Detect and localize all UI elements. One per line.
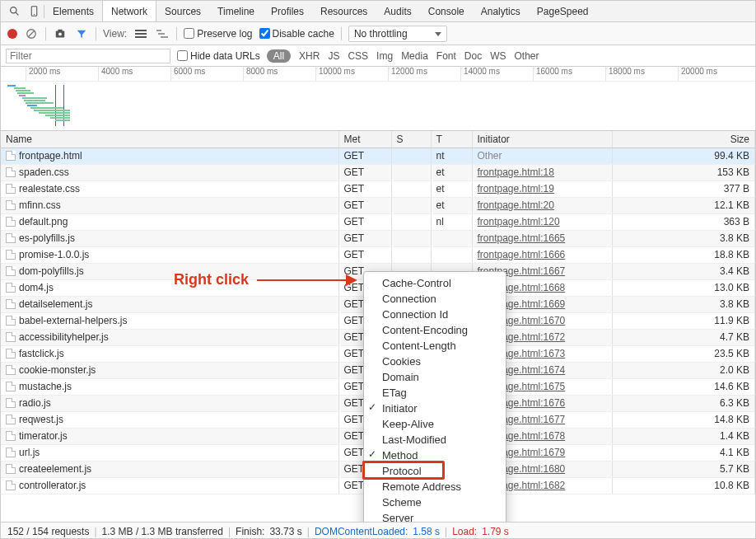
request-size: 23.5 KB	[612, 345, 755, 362]
table-row[interactable]: default.pngGETnlfrontpage.html:120363 B	[1, 213, 755, 230]
request-size: 11.9 KB	[612, 312, 755, 329]
request-initiator[interactable]: frontpage.html:18	[478, 166, 554, 178]
context-menu-item-domain[interactable]: Domain	[364, 369, 506, 385]
filter-input[interactable]	[6, 49, 170, 63]
context-menu-item-cookies[interactable]: Cookies	[364, 354, 506, 369]
column-header-initiator[interactable]: Initiator	[472, 131, 612, 148]
file-icon	[6, 398, 16, 408]
context-menu-item-protocol[interactable]: Protocol	[364, 463, 506, 479]
preserve-log-label: Preserve log	[197, 28, 252, 40]
column-context-menu: Cache-ControlConnectionConnection IdCont…	[363, 271, 506, 522]
tab-analytics[interactable]: Analytics	[473, 1, 529, 21]
tab-console[interactable]: Console	[420, 1, 473, 21]
throttling-select[interactable]: No throttling	[348, 26, 447, 42]
request-initiator[interactable]: frontpage.html:1666	[478, 249, 566, 260]
context-menu-item-content-encoding[interactable]: Content-Encoding	[364, 322, 506, 338]
context-menu-item-etag[interactable]: ETag	[364, 385, 506, 401]
context-menu-item-remote-address[interactable]: Remote Address	[364, 479, 506, 494]
tab-resources[interactable]: Resources	[312, 1, 376, 21]
status-load-label: Load:	[452, 526, 477, 537]
request-method: GET	[338, 230, 391, 246]
tab-audits[interactable]: Audits	[376, 1, 419, 21]
file-icon	[6, 299, 16, 309]
filter-type-all[interactable]: All	[267, 49, 291, 63]
svg-rect-15	[161, 36, 168, 38]
table-row[interactable]: spaden.cssGETetfrontpage.html:18153 KB	[1, 164, 755, 180]
tab-sources[interactable]: Sources	[156, 1, 209, 21]
request-name: url.js	[19, 447, 40, 458]
request-initiator[interactable]: frontpage.html:19	[478, 183, 554, 195]
table-row[interactable]: es-polyfills.jsGETfrontpage.html:16653.8…	[1, 230, 755, 246]
search-icon[interactable]	[4, 1, 24, 21]
request-name: dom-polyfills.js	[19, 265, 84, 277]
context-menu-item-initiator[interactable]: Initiator	[364, 401, 506, 416]
table-row[interactable]: mfinn.cssGETetfrontpage.html:2012.1 KB	[1, 197, 755, 213]
clear-icon[interactable]	[24, 28, 39, 40]
overview-tick: 2000 ms	[26, 67, 60, 81]
capture-screenshots-icon[interactable]	[53, 28, 68, 40]
hide-data-urls-checkbox[interactable]: Hide data URLs	[177, 50, 260, 62]
request-name: dom4.js	[19, 282, 54, 293]
request-initiator[interactable]: frontpage.html:1665	[478, 232, 566, 244]
svg-point-3	[33, 14, 34, 15]
record-button[interactable]	[7, 29, 17, 39]
filter-type-xhr[interactable]: XHR	[299, 50, 320, 62]
tab-pagespeed[interactable]: PageSpeed	[529, 1, 597, 21]
request-name: timerator.js	[19, 430, 68, 442]
filter-type-css[interactable]: CSS	[348, 50, 368, 62]
tab-elements[interactable]: Elements	[44, 1, 102, 21]
request-name: realestate.css	[19, 183, 80, 195]
filter-type-media[interactable]: Media	[401, 50, 428, 62]
timeline-overview[interactable]: 2000 ms4000 ms6000 ms8000 ms10000 ms1200…	[1, 67, 755, 131]
request-size: 14.8 KB	[612, 411, 755, 428]
context-menu-item-cache-control[interactable]: Cache-Control	[364, 275, 506, 291]
column-header-name[interactable]: Name	[1, 131, 338, 148]
large-rows-icon[interactable]	[133, 30, 148, 38]
file-icon	[6, 283, 16, 293]
file-icon	[6, 448, 16, 457]
context-menu-item-keep-alive[interactable]: Keep-Alive	[364, 416, 506, 432]
request-size: 12.1 KB	[612, 197, 755, 213]
tab-profiles[interactable]: Profiles	[263, 1, 312, 21]
svg-rect-7	[58, 29, 62, 31]
filter-toggle-icon[interactable]	[74, 28, 89, 40]
context-menu-item-method[interactable]: Method	[364, 448, 506, 463]
request-status	[391, 246, 431, 263]
svg-point-0	[10, 7, 16, 13]
filter-type-img[interactable]: Img	[376, 50, 393, 62]
context-menu-item-content-length[interactable]: Content-Length	[364, 338, 506, 354]
context-menu-item-scheme[interactable]: Scheme	[364, 494, 506, 510]
filter-type-other[interactable]: Other	[515, 50, 539, 62]
table-row[interactable]: realestate.cssGETetfrontpage.html:19377 …	[1, 180, 755, 197]
preserve-log-checkbox[interactable]: Preserve log	[184, 28, 252, 40]
request-initiator[interactable]: frontpage.html:20	[478, 199, 554, 211]
column-header-status[interactable]: S	[391, 131, 431, 148]
context-menu-item-connection[interactable]: Connection	[364, 291, 506, 307]
request-initiator[interactable]: frontpage.html:120	[478, 216, 560, 227]
status-finish-label: Finish:	[236, 526, 264, 537]
request-status	[391, 180, 431, 197]
request-size: 99.4 KB	[612, 148, 755, 164]
request-size: 6.3 KB	[612, 395, 755, 411]
context-menu-item-server[interactable]: Server	[364, 510, 506, 522]
request-name: promise-1.0.0.js	[19, 249, 89, 260]
filter-type-doc[interactable]: Doc	[464, 50, 482, 62]
column-header-method[interactable]: Met	[338, 131, 391, 148]
column-header-type[interactable]: T	[431, 131, 472, 148]
filter-type-js[interactable]: JS	[328, 50, 339, 62]
table-row[interactable]: promise-1.0.0.jsGETfrontpage.html:166618…	[1, 246, 755, 263]
disable-cache-checkbox[interactable]: Disable cache	[259, 28, 334, 40]
table-row[interactable]: frontpage.htmlGETntOther99.4 KB	[1, 148, 755, 164]
filter-type-font[interactable]: Font	[436, 50, 456, 62]
column-header-size[interactable]: Size	[612, 131, 755, 148]
context-menu-item-connection-id[interactable]: Connection Id	[364, 307, 506, 322]
device-mode-icon[interactable]	[24, 1, 44, 21]
context-menu-item-last-modified[interactable]: Last-Modified	[364, 432, 506, 448]
filter-type-ws[interactable]: WS	[490, 50, 506, 62]
hide-data-urls-label: Hide data URLs	[190, 50, 260, 62]
request-method: GET	[338, 213, 391, 230]
tab-network[interactable]: Network	[102, 1, 156, 21]
throttling-value: No throttling	[354, 28, 408, 40]
tab-timeline[interactable]: Timeline	[209, 1, 263, 21]
waterfall-icon[interactable]	[155, 30, 170, 38]
